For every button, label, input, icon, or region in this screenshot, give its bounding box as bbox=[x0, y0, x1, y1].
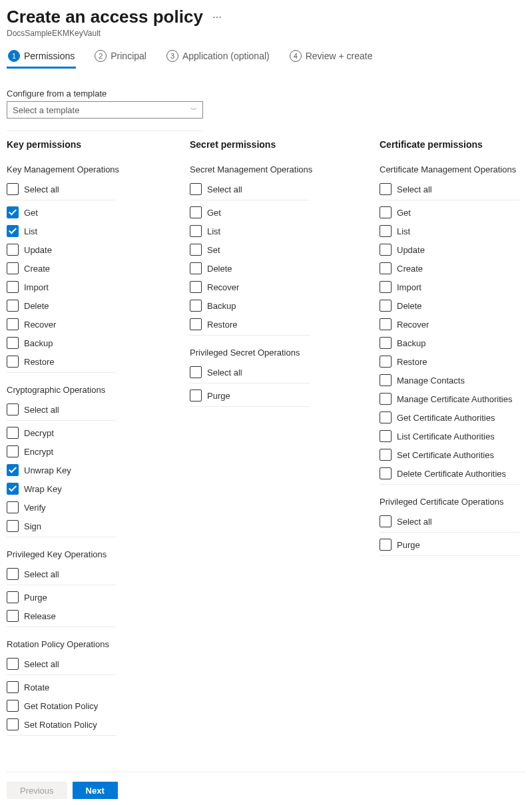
permission-option[interactable]: Purge bbox=[7, 588, 190, 607]
checkbox[interactable] bbox=[7, 568, 19, 580]
permission-option[interactable]: Recover bbox=[380, 315, 519, 334]
permission-option[interactable]: Manage Contacts bbox=[380, 371, 519, 390]
permission-option[interactable]: Restore bbox=[190, 315, 380, 334]
permission-option[interactable]: Recover bbox=[7, 315, 190, 334]
checkbox[interactable] bbox=[7, 427, 19, 439]
more-icon[interactable]: ⋯ bbox=[212, 12, 222, 23]
checkbox[interactable] bbox=[7, 718, 19, 730]
permission-option[interactable]: Delete bbox=[190, 259, 380, 278]
permission-option[interactable]: Rotate bbox=[7, 678, 190, 696]
permission-option[interactable]: Recover bbox=[190, 278, 380, 296]
checkbox[interactable] bbox=[7, 700, 19, 712]
permission-option[interactable]: Get Certificate Authorities bbox=[380, 408, 519, 427]
checkbox[interactable] bbox=[7, 244, 19, 256]
permission-option[interactable]: Unwrap Key bbox=[7, 461, 190, 479]
checkbox[interactable] bbox=[190, 244, 202, 256]
permission-option[interactable]: Get bbox=[7, 203, 190, 222]
checkbox[interactable] bbox=[190, 300, 202, 312]
permission-option[interactable]: List bbox=[380, 222, 519, 240]
permission-option[interactable]: Import bbox=[7, 278, 190, 296]
permission-option[interactable]: List bbox=[190, 222, 380, 240]
tab-permissions[interactable]: 1Permissions bbox=[7, 50, 76, 69]
checkbox[interactable] bbox=[7, 337, 19, 349]
checkbox[interactable] bbox=[380, 262, 392, 274]
permission-option[interactable]: Verify bbox=[7, 498, 190, 517]
checkbox[interactable] bbox=[380, 393, 392, 405]
checkbox[interactable] bbox=[380, 515, 392, 527]
checkbox[interactable] bbox=[7, 445, 19, 457]
checkbox[interactable] bbox=[7, 206, 19, 218]
permission-option[interactable]: Import bbox=[380, 278, 519, 296]
permission-option[interactable]: Get bbox=[380, 203, 519, 222]
checkbox[interactable] bbox=[380, 318, 392, 330]
checkbox[interactable] bbox=[380, 467, 392, 479]
checkbox[interactable] bbox=[380, 449, 392, 461]
checkbox[interactable] bbox=[190, 206, 202, 218]
select-all-option[interactable]: Select all bbox=[7, 400, 117, 419]
checkbox[interactable] bbox=[7, 610, 19, 622]
permission-option[interactable]: Restore bbox=[7, 352, 190, 371]
next-button[interactable]: Next bbox=[73, 782, 118, 799]
select-all-option[interactable]: Select all bbox=[7, 655, 117, 673]
select-all-option[interactable]: Select all bbox=[7, 565, 117, 583]
checkbox[interactable] bbox=[7, 356, 19, 368]
tab-principal[interactable]: 2Principal bbox=[93, 50, 148, 69]
permission-option[interactable]: Decrypt bbox=[7, 423, 190, 442]
permission-option[interactable]: Update bbox=[7, 240, 190, 259]
permission-option[interactable]: Delete bbox=[7, 296, 190, 315]
checkbox[interactable] bbox=[7, 225, 19, 237]
permission-option[interactable]: Set Certificate Authorities bbox=[380, 445, 519, 464]
checkbox[interactable] bbox=[380, 539, 392, 551]
checkbox[interactable] bbox=[7, 681, 19, 693]
checkbox[interactable] bbox=[190, 225, 202, 237]
permission-option[interactable]: Create bbox=[7, 259, 190, 278]
permission-option[interactable]: Create bbox=[380, 259, 519, 278]
permission-option[interactable]: Backup bbox=[190, 296, 380, 315]
checkbox[interactable] bbox=[380, 225, 392, 237]
permission-option[interactable]: Delete bbox=[380, 296, 519, 315]
checkbox[interactable] bbox=[7, 464, 19, 476]
permission-option[interactable]: Sign bbox=[7, 517, 190, 535]
checkbox[interactable] bbox=[380, 281, 392, 293]
permission-option[interactable]: Encrypt bbox=[7, 442, 190, 461]
permission-option[interactable]: Backup bbox=[7, 334, 190, 352]
permission-option[interactable]: Backup bbox=[380, 334, 519, 352]
permission-option[interactable]: Delete Certificate Authorities bbox=[380, 464, 519, 483]
checkbox[interactable] bbox=[380, 206, 392, 218]
permission-option[interactable]: Manage Certificate Authorities bbox=[380, 390, 519, 408]
permission-option[interactable]: Update bbox=[380, 240, 519, 259]
permission-option[interactable]: Get bbox=[190, 203, 380, 222]
checkbox[interactable] bbox=[380, 411, 392, 423]
checkbox[interactable] bbox=[380, 430, 392, 442]
previous-button[interactable]: Previous bbox=[7, 782, 67, 799]
checkbox[interactable] bbox=[7, 520, 19, 532]
checkbox[interactable] bbox=[190, 318, 202, 330]
permission-option[interactable]: Purge bbox=[380, 535, 519, 554]
permission-option[interactable]: Restore bbox=[380, 352, 519, 371]
permission-option[interactable]: Set Rotation Policy bbox=[7, 715, 190, 734]
checkbox[interactable] bbox=[7, 318, 19, 330]
checkbox[interactable] bbox=[380, 356, 392, 368]
checkbox[interactable] bbox=[7, 281, 19, 293]
checkbox[interactable] bbox=[190, 390, 202, 402]
checkbox[interactable] bbox=[7, 658, 19, 670]
checkbox[interactable] bbox=[7, 483, 19, 495]
checkbox[interactable] bbox=[7, 262, 19, 274]
checkbox[interactable] bbox=[7, 403, 19, 415]
tab-review-create[interactable]: 4Review + create bbox=[288, 50, 374, 69]
checkbox[interactable] bbox=[190, 281, 202, 293]
select-all-option[interactable]: Select all bbox=[190, 180, 310, 198]
checkbox[interactable] bbox=[7, 591, 19, 603]
checkbox[interactable] bbox=[380, 374, 392, 386]
checkbox[interactable] bbox=[190, 262, 202, 274]
tab-application-optional-[interactable]: 3Application (optional) bbox=[165, 50, 271, 69]
permission-option[interactable]: Release bbox=[7, 607, 190, 625]
checkbox[interactable] bbox=[380, 244, 392, 256]
checkbox[interactable] bbox=[190, 366, 202, 378]
select-all-option[interactable]: Select all bbox=[7, 180, 117, 198]
permission-option[interactable]: List Certificate Authorities bbox=[380, 427, 519, 445]
select-all-option[interactable]: Select all bbox=[190, 363, 310, 382]
permission-option[interactable]: Get Rotation Policy bbox=[7, 696, 190, 715]
checkbox[interactable] bbox=[380, 300, 392, 312]
template-select[interactable]: Select a template ﹀ bbox=[7, 101, 203, 119]
